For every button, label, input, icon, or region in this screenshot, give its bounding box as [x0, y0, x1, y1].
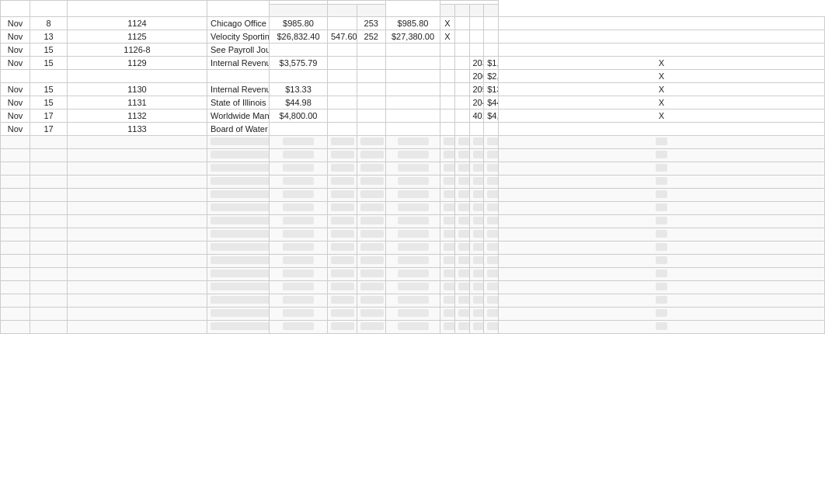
table-row: Nov131125Velocity Sporting Goods$26,832.…: [1, 30, 825, 43]
table-row: Nov171133Board of Water and Light: [1, 123, 825, 136]
table-row-blurred: [1, 281, 825, 294]
table-row-blurred: [1, 294, 825, 308]
subs-post-ref-header: [386, 1, 440, 17]
subs-acct-header: [328, 5, 357, 17]
table-row: Nov171132Worldwide Management$4,800.0040…: [1, 109, 825, 123]
table-row: Nov151126-8See Payroll Journal: [1, 43, 825, 57]
other-acct-header: [454, 5, 469, 17]
table-row: 20600$2,016.46X: [1, 70, 825, 83]
table-row-blurred: [1, 321, 825, 334]
table-row-blurred: [1, 162, 825, 176]
table-row-blurred: [1, 242, 825, 255]
table-row: Nov151130Internal Revenue Service$13.332…: [1, 83, 825, 96]
freight-header: [440, 5, 455, 17]
date-header: [1, 1, 30, 17]
table-row-blurred: [1, 176, 825, 189]
purchase-disc-header: [270, 5, 328, 17]
other-trans-header: [469, 5, 484, 17]
table-row: Nov81124Chicago Office Supplly$985.80253…: [1, 17, 825, 30]
cash-gl-header: [207, 1, 270, 17]
table-row-blurred: [1, 268, 825, 281]
table-row-blurred: [1, 215, 825, 228]
description-header: [68, 1, 207, 17]
table-row-blurred: [1, 228, 825, 242]
table-row-blurred: [1, 255, 825, 268]
table-row-blurred: [1, 308, 825, 321]
post-ref-header: [484, 5, 499, 17]
trans-amt-header: [357, 5, 386, 17]
table-row-blurred: [1, 202, 825, 215]
table-row-blurred: [1, 136, 825, 149]
check-header: [30, 1, 68, 17]
cash-payments-journal: Nov81124Chicago Office Supplly$985.80253…: [0, 0, 825, 334]
table-row-blurred: [1, 189, 825, 202]
table-row: Nov151131State of Illinois$44.9820400$44…: [1, 96, 825, 109]
table-row-blurred: [1, 149, 825, 162]
table-row: Nov151129Internal Revenue Service$3,575.…: [1, 57, 825, 70]
